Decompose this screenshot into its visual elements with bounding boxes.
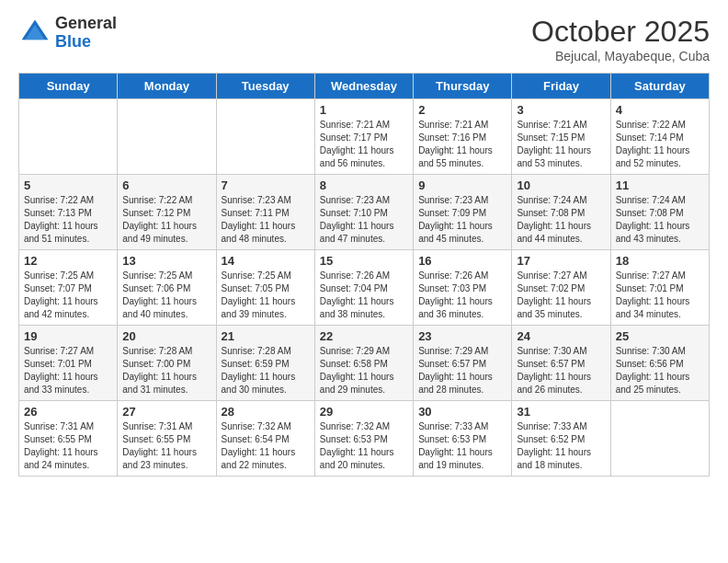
day-info: Sunrise: 7:32 AMSunset: 6:53 PMDaylight:… [320,421,394,470]
calendar-header-thursday: Thursday [414,74,512,99]
day-number: 3 [517,103,605,117]
day-info: Sunrise: 7:21 AMSunset: 7:16 PMDaylight:… [418,120,493,168]
calendar-cell: 6Sunrise: 7:22 AMSunset: 7:12 PMDaylight… [118,175,216,250]
day-number: 24 [517,329,605,343]
day-info: Sunrise: 7:29 AMSunset: 6:57 PMDaylight:… [418,346,493,395]
day-info: Sunrise: 7:23 AMSunset: 7:11 PMDaylight:… [222,195,296,244]
calendar-week-row: 5Sunrise: 7:22 AMSunset: 7:13 PMDaylight… [19,175,710,250]
calendar-cell: 30Sunrise: 7:33 AMSunset: 6:53 PMDayligh… [414,401,512,477]
calendar-cell: 4Sunrise: 7:22 AMSunset: 7:14 PMDaylight… [610,99,709,175]
calendar-cell: 27Sunrise: 7:31 AMSunset: 6:55 PMDayligh… [118,401,216,477]
day-info: Sunrise: 7:29 AMSunset: 6:58 PMDaylight:… [320,346,394,395]
logo-icon [18,17,51,50]
day-info: Sunrise: 7:32 AMSunset: 6:54 PMDaylight:… [222,421,296,470]
calendar-cell: 24Sunrise: 7:30 AMSunset: 6:57 PMDayligh… [512,326,610,401]
day-info: Sunrise: 7:26 AMSunset: 7:04 PMDaylight:… [320,270,394,319]
day-info: Sunrise: 7:25 AMSunset: 7:07 PMDaylight:… [24,270,98,319]
calendar-cell [216,99,314,175]
day-number: 2 [418,103,506,117]
calendar-header-friday: Friday [512,74,610,99]
subtitle: Bejucal, Mayabeque, Cuba [531,49,710,63]
calendar-cell: 14Sunrise: 7:25 AMSunset: 7:05 PMDayligh… [216,250,314,326]
day-info: Sunrise: 7:33 AMSunset: 6:53 PMDaylight:… [418,421,493,470]
calendar-week-row: 12Sunrise: 7:25 AMSunset: 7:07 PMDayligh… [19,250,710,326]
calendar-cell: 23Sunrise: 7:29 AMSunset: 6:57 PMDayligh… [414,326,512,401]
day-info: Sunrise: 7:30 AMSunset: 6:57 PMDaylight:… [517,346,591,395]
day-info: Sunrise: 7:27 AMSunset: 7:01 PMDaylight:… [616,270,690,319]
day-info: Sunrise: 7:26 AMSunset: 7:03 PMDaylight:… [418,270,493,319]
day-info: Sunrise: 7:23 AMSunset: 7:09 PMDaylight:… [418,195,493,244]
day-info: Sunrise: 7:25 AMSunset: 7:05 PMDaylight:… [222,270,296,319]
calendar-cell: 8Sunrise: 7:23 AMSunset: 7:10 PMDaylight… [314,175,413,250]
calendar-cell: 9Sunrise: 7:23 AMSunset: 7:09 PMDaylight… [414,175,512,250]
calendar-cell: 13Sunrise: 7:25 AMSunset: 7:06 PMDayligh… [118,250,216,326]
calendar-cell: 11Sunrise: 7:24 AMSunset: 7:08 PMDayligh… [610,175,709,250]
calendar-week-row: 1Sunrise: 7:21 AMSunset: 7:17 PMDaylight… [19,99,710,175]
day-number: 8 [320,178,408,192]
calendar-cell [19,99,118,175]
calendar-cell: 1Sunrise: 7:21 AMSunset: 7:17 PMDaylight… [314,99,413,175]
logo-blue: Blue [55,33,117,52]
calendar-cell: 7Sunrise: 7:23 AMSunset: 7:11 PMDaylight… [216,175,314,250]
month-title: October 2025 [531,15,710,49]
day-number: 26 [24,405,112,419]
logo-general: General [55,15,117,33]
day-info: Sunrise: 7:24 AMSunset: 7:08 PMDaylight:… [517,195,591,244]
day-number: 1 [320,103,408,117]
day-info: Sunrise: 7:22 AMSunset: 7:14 PMDaylight:… [616,120,690,168]
day-number: 15 [320,254,408,268]
calendar-header-wednesday: Wednesday [314,74,413,99]
calendar-cell: 2Sunrise: 7:21 AMSunset: 7:16 PMDaylight… [414,99,512,175]
day-info: Sunrise: 7:28 AMSunset: 7:00 PMDaylight:… [122,346,197,395]
calendar-cell: 15Sunrise: 7:26 AMSunset: 7:04 PMDayligh… [314,250,413,326]
logo-text: General Blue [55,15,117,52]
day-info: Sunrise: 7:33 AMSunset: 6:52 PMDaylight:… [517,421,591,470]
calendar-cell: 10Sunrise: 7:24 AMSunset: 7:08 PMDayligh… [512,175,610,250]
calendar-cell: 29Sunrise: 7:32 AMSunset: 6:53 PMDayligh… [314,401,413,477]
logo: General Blue [18,15,117,52]
calendar-cell: 16Sunrise: 7:26 AMSunset: 7:03 PMDayligh… [414,250,512,326]
day-info: Sunrise: 7:21 AMSunset: 7:17 PMDaylight:… [320,120,394,168]
day-number: 9 [418,178,506,192]
header: General Blue October 2025 Bejucal, Mayab… [18,15,710,63]
day-info: Sunrise: 7:22 AMSunset: 7:13 PMDaylight:… [24,195,98,244]
day-number: 14 [222,254,310,268]
day-number: 27 [122,405,210,419]
day-info: Sunrise: 7:31 AMSunset: 6:55 PMDaylight:… [24,421,98,470]
calendar-cell: 21Sunrise: 7:28 AMSunset: 6:59 PMDayligh… [216,326,314,401]
calendar-header-saturday: Saturday [610,74,709,99]
day-number: 20 [122,329,210,343]
day-number: 5 [24,178,112,192]
day-number: 10 [517,178,605,192]
title-block: October 2025 Bejucal, Mayabeque, Cuba [531,15,710,63]
calendar-header-tuesday: Tuesday [216,74,314,99]
day-info: Sunrise: 7:25 AMSunset: 7:06 PMDaylight:… [122,270,197,319]
page: General Blue October 2025 Bejucal, Mayab… [0,0,728,563]
day-number: 29 [320,405,408,419]
day-info: Sunrise: 7:28 AMSunset: 6:59 PMDaylight:… [222,346,296,395]
calendar-cell: 17Sunrise: 7:27 AMSunset: 7:02 PMDayligh… [512,250,610,326]
calendar-header-row: SundayMondayTuesdayWednesdayThursdayFrid… [19,74,710,99]
day-number: 30 [418,405,506,419]
day-number: 11 [616,178,704,192]
day-number: 18 [616,254,704,268]
day-info: Sunrise: 7:22 AMSunset: 7:12 PMDaylight:… [122,195,197,244]
day-number: 21 [222,329,310,343]
calendar-cell: 28Sunrise: 7:32 AMSunset: 6:54 PMDayligh… [216,401,314,477]
day-info: Sunrise: 7:21 AMSunset: 7:15 PMDaylight:… [517,120,591,168]
day-number: 16 [418,254,506,268]
day-number: 25 [616,329,704,343]
day-info: Sunrise: 7:30 AMSunset: 6:56 PMDaylight:… [616,346,690,395]
calendar-header-monday: Monday [118,74,216,99]
day-number: 6 [122,178,210,192]
calendar-cell: 31Sunrise: 7:33 AMSunset: 6:52 PMDayligh… [512,401,610,477]
calendar-cell: 20Sunrise: 7:28 AMSunset: 7:00 PMDayligh… [118,326,216,401]
day-number: 28 [222,405,310,419]
day-number: 13 [122,254,210,268]
calendar-cell: 3Sunrise: 7:21 AMSunset: 7:15 PMDaylight… [512,99,610,175]
day-number: 31 [517,405,605,419]
calendar-cell [118,99,216,175]
day-info: Sunrise: 7:23 AMSunset: 7:10 PMDaylight:… [320,195,394,244]
calendar-cell: 12Sunrise: 7:25 AMSunset: 7:07 PMDayligh… [19,250,118,326]
calendar: SundayMondayTuesdayWednesdayThursdayFrid… [18,73,710,477]
